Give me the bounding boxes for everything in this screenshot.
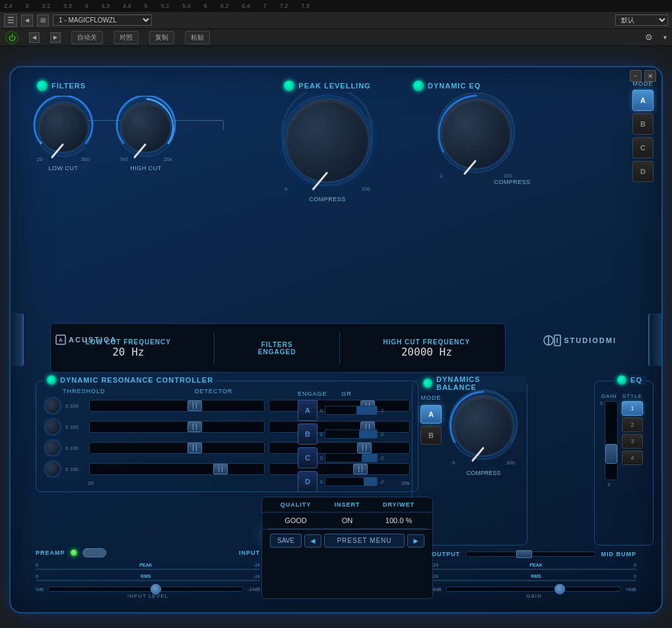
drc-knob-b[interactable] [44, 418, 61, 435]
expand-button[interactable]: ▾ [663, 34, 667, 41]
high-cut-freq-value: 20000 Hz [383, 346, 470, 358]
deq-led[interactable] [413, 80, 424, 91]
db-led[interactable] [423, 379, 432, 388]
eq-gain-fader[interactable] [605, 401, 618, 480]
next-preset-button[interactable]: ► [407, 534, 424, 548]
deq-compress-label: COMPRESS [440, 179, 585, 185]
drc-threshold-b[interactable] [89, 421, 265, 433]
peak-knob[interactable] [285, 98, 370, 183]
style-btn-3[interactable]: 3 [622, 434, 643, 449]
minimize-button[interactable]: − [630, 70, 642, 82]
drc-range-b: 0 100 [65, 424, 85, 430]
filters-section: FILTERS 20 [37, 80, 275, 172]
prev-preset-button[interactable]: ◄ [304, 534, 321, 548]
filters-status-display: FILTERS ENGAGED [258, 341, 296, 356]
input-level-slider[interactable] [48, 586, 244, 592]
mode-btn-d[interactable]: D [632, 161, 654, 182]
insert-col-label: INSERT [321, 501, 373, 508]
filters-led[interactable] [37, 80, 48, 91]
gain-slider[interactable] [446, 586, 622, 592]
drc-knob-a[interactable] [44, 397, 61, 414]
gr-meter-b [325, 429, 378, 439]
db-mode-btn-a[interactable]: A [420, 405, 442, 424]
back-button[interactable]: ◄ [21, 15, 33, 26]
low-cut-knob-wrapper[interactable] [37, 101, 90, 154]
close-button[interactable]: ✕ [644, 70, 656, 82]
next-button[interactable]: ► [50, 32, 61, 43]
eq-gain-section: GAIN 5 0 [600, 393, 618, 487]
peak-knob-wrapper[interactable] [285, 98, 370, 183]
high-cut-label: HIGH CUT [130, 165, 162, 172]
preset-menu-button[interactable]: PRESET MENU [324, 534, 405, 548]
acustica-logo: A ACUSTICA [55, 334, 117, 345]
db-knob[interactable] [452, 394, 515, 457]
mode-btn-b[interactable]: B [632, 113, 654, 135]
settings-gear[interactable]: ⚙ [645, 32, 653, 42]
low-cut-label: LOW CUT [49, 165, 79, 172]
high-cut-knob[interactable] [119, 101, 172, 154]
deq-knob-wrapper[interactable] [440, 98, 512, 170]
db-mode-btn-b[interactable]: B [420, 426, 442, 445]
db-knob-wrapper[interactable] [452, 394, 515, 457]
menu-button[interactable]: ☰ [4, 14, 17, 27]
save-button[interactable]: SAVE [270, 534, 302, 548]
quality-col-label: QUALITY [270, 501, 321, 508]
mode-btn-a[interactable]: A [632, 90, 654, 111]
engage-btn-b[interactable]: B [298, 424, 318, 445]
engage-btn-d[interactable]: D [298, 471, 318, 492]
engage-btn-c[interactable]: C [298, 447, 318, 468]
right-handle [648, 313, 663, 366]
prev-button[interactable]: ◄ [29, 32, 40, 43]
drc-threshold-a[interactable] [89, 400, 265, 412]
drc-freq-min: 20 [88, 480, 94, 486]
low-cut-knob-container: 20 300 LOW CUT [37, 101, 90, 172]
transport-button[interactable]: ⊞ [37, 15, 49, 26]
rms-label: RMS [141, 574, 151, 579]
output-slider[interactable] [465, 551, 596, 557]
ruler-mark: 6 [204, 3, 207, 9]
gr-row-a: 0 -2 [320, 406, 384, 415]
deq-knob[interactable] [440, 98, 512, 170]
output-label: OUTPUT [432, 551, 460, 557]
low-cut-knob[interactable] [37, 101, 90, 154]
style-btn-2[interactable]: 2 [622, 418, 643, 432]
ruler-mark: 5.2 [161, 3, 170, 9]
style-btn-1[interactable]: 1 [622, 401, 643, 416]
copy-button[interactable]: 复制 [149, 31, 174, 44]
mode-buttons-list: A B C D [632, 90, 654, 182]
drc-threshold-d[interactable] [89, 463, 265, 475]
preset-select[interactable]: 默认 [615, 15, 668, 26]
ruler-mark: 6.4 [242, 3, 250, 9]
style-btn-4[interactable]: 4 [622, 451, 643, 465]
preamp-toggle[interactable] [83, 548, 106, 557]
gain-center-label: GAIN [526, 593, 542, 599]
engage-btn-a[interactable]: A [298, 400, 318, 421]
channel-select[interactable]: 1 - MAGICFLOWZL [53, 15, 152, 26]
output-rms-scale: -24 RMS 0 [432, 574, 636, 579]
mode-btn-c[interactable]: C [632, 137, 654, 158]
power-button[interactable]: ⏻ [5, 31, 18, 44]
eq-led[interactable] [617, 375, 626, 385]
drywet-col-label: DRY/WET [373, 501, 424, 508]
drc-led[interactable] [47, 375, 56, 385]
peak-led[interactable] [284, 80, 294, 91]
pair-button[interactable]: 对照 [114, 31, 139, 44]
dynamic-eq-section: DYNAMIC EQ 0 100 COMPRESS [413, 80, 585, 185]
drc-range-d: 0 100 [65, 466, 85, 472]
peak-scale-top: 0 PEAK -24 [36, 563, 260, 567]
peak-levelling-section: PEAK LEVELLING 0 100 COMPRESS [261, 80, 393, 204]
gain-label-row: GAIN [432, 593, 636, 599]
drc-threshold-c[interactable] [89, 442, 265, 454]
paste-button[interactable]: 粘贴 [185, 31, 210, 44]
engage-row-a: A 0 -2 [298, 400, 384, 421]
drc-knob-d[interactable] [44, 460, 61, 478]
threshold-header: THRESHOLD [63, 388, 195, 394]
high-cut-knob-wrapper[interactable] [119, 101, 172, 154]
auto-off-button[interactable]: 自动关 [71, 31, 103, 44]
ruler-mark: 2.4 [4, 3, 13, 9]
drc-range-a: 0 100 [65, 403, 85, 409]
ruler-mark: 4.3 [102, 3, 110, 9]
drc-knob-c[interactable] [44, 439, 61, 456]
ruler-mark: 3.2 [42, 3, 51, 9]
preamp-led[interactable] [71, 550, 77, 556]
